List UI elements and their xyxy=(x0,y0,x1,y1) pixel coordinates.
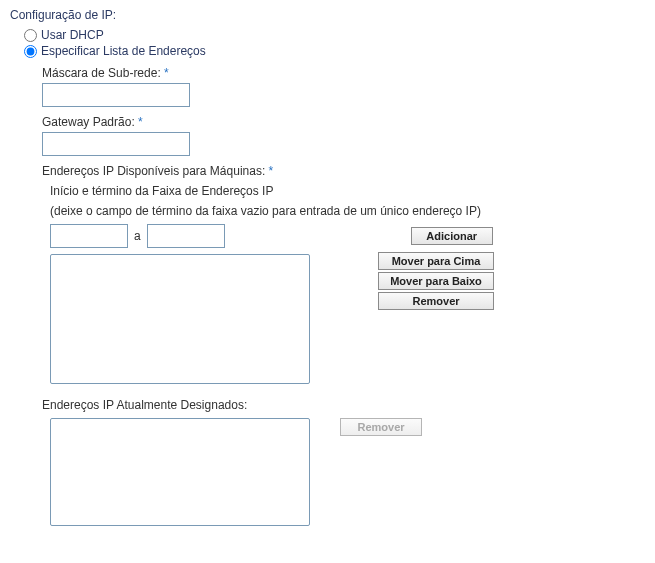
range-hint: (deixe o campo de término da faixa vazio… xyxy=(50,204,645,218)
required-asterisk: * xyxy=(138,115,143,129)
range-heading: Início e término da Faixa de Endereços I… xyxy=(50,184,645,198)
gateway-label: Gateway Padrão: * xyxy=(42,115,645,129)
page-title: Configuração de IP: xyxy=(10,8,645,22)
range-end-input[interactable] xyxy=(147,224,225,248)
required-asterisk: * xyxy=(164,66,169,80)
remove-available-button[interactable]: Remover xyxy=(378,292,494,310)
remove-assigned-button[interactable]: Remover xyxy=(340,418,422,436)
assigned-ip-listbox[interactable] xyxy=(50,418,310,526)
gateway-input[interactable] xyxy=(42,132,190,156)
move-down-button[interactable]: Mover para Baixo xyxy=(378,272,494,290)
radio-specify-list-row[interactable]: Especificar Lista de Endereços xyxy=(24,44,645,58)
available-ips-label: Endereços IP Disponíveis para Máquinas: … xyxy=(42,164,645,178)
radio-use-dhcp[interactable] xyxy=(24,29,37,42)
subnet-input[interactable] xyxy=(42,83,190,107)
radio-use-dhcp-label: Usar DHCP xyxy=(41,28,104,42)
range-separator: a xyxy=(134,229,141,243)
assigned-label: Endereços IP Atualmente Designados: xyxy=(42,398,645,412)
subnet-label: Máscara de Sub-rede: * xyxy=(42,66,645,80)
radio-specify-list-label: Especificar Lista de Endereços xyxy=(41,44,206,58)
move-up-button[interactable]: Mover para Cima xyxy=(378,252,494,270)
range-start-input[interactable] xyxy=(50,224,128,248)
available-ip-listbox[interactable] xyxy=(50,254,310,384)
radio-use-dhcp-row[interactable]: Usar DHCP xyxy=(24,28,645,42)
radio-specify-list[interactable] xyxy=(24,45,37,58)
required-asterisk: * xyxy=(269,164,274,178)
add-button[interactable]: Adicionar xyxy=(411,227,493,245)
